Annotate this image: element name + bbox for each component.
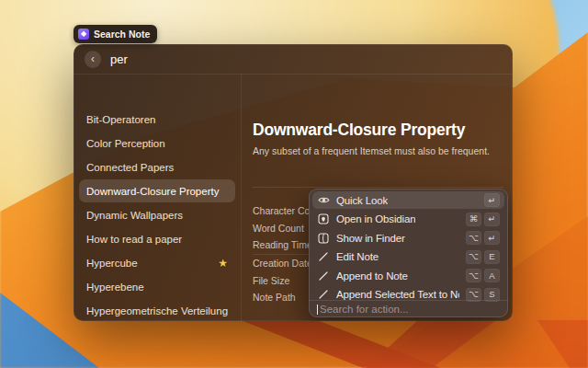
keycap: ↵ [484, 193, 500, 207]
action-open-in-obsidian[interactable]: Open in Obsidian ⌘ ↵ [312, 211, 504, 228]
command-badge: ◆ Search Note [74, 25, 157, 43]
note-subtitle: Any subset of a frequent Itemset must al… [253, 145, 502, 156]
keycap: ⌘ [466, 213, 481, 226]
action-search-placeholder: Search for action... [320, 304, 409, 315]
finder-icon [317, 232, 330, 245]
list-item[interactable]: Bit-Operatoren [79, 108, 235, 131]
action-append-to-note[interactable]: Append to Note ⌥ A [312, 267, 504, 284]
list-item[interactable]: Connected Papers [79, 155, 235, 178]
note-title: Downward-Closure Property [253, 121, 502, 140]
list-item[interactable]: How to read a paper [79, 227, 235, 250]
keycap: ⌥ [466, 250, 481, 264]
obsidian-icon: ◆ [78, 29, 89, 40]
note-list: Bit-Operatoren Color Perception Connecte… [74, 74, 242, 321]
list-item-selected[interactable]: Downward-Closure Property [79, 179, 235, 202]
list-item[interactable]: Color Perception [79, 132, 235, 155]
action-search-input[interactable]: Search for action... [317, 301, 500, 317]
pencil-icon [317, 288, 330, 301]
keycap: ⌥ [466, 231, 481, 245]
list-item[interactable]: Hyperebene [79, 275, 235, 298]
obsidian-app-icon [317, 213, 330, 225]
back-button[interactable]: ‹ [85, 51, 101, 68]
pencil-icon [317, 250, 330, 263]
action-panel: Quick Look ↵ Open in Obsidian ⌘ ↵ Show i… [309, 189, 508, 317]
launcher-window: ‹ Bit-Operatoren Color Perception Connec… [74, 44, 513, 321]
keycap: A [484, 269, 500, 282]
eye-icon [317, 194, 330, 207]
list-item[interactable]: Hypercube ★ [79, 251, 235, 274]
detail-divider [253, 187, 503, 188]
star-icon: ★ [218, 258, 228, 269]
list-item[interactable]: Hypergeometrische Verteilung [79, 299, 235, 321]
action-edit-note[interactable]: Edit Note ⌥ E [312, 248, 504, 266]
keycap: ⌥ [466, 269, 481, 282]
action-show-in-finder[interactable]: Show in Finder ⌥ ↵ [312, 229, 504, 247]
command-badge-label: Search Note [94, 29, 150, 40]
keycap: E [484, 250, 500, 264]
list-item[interactable]: Dynamic Wallpapers [79, 203, 235, 226]
keycap: ↵ [484, 231, 500, 245]
action-quick-look[interactable]: Quick Look ↵ [312, 191, 504, 209]
desktop: ◆ Search Note ‹ Bit-Operatoren Color Per… [0, 0, 588, 368]
pencil-icon [317, 270, 330, 282]
search-bar: ‹ [74, 44, 513, 75]
search-input[interactable] [110, 52, 294, 66]
text-caret [317, 305, 318, 315]
keycap: ↵ [484, 213, 500, 226]
